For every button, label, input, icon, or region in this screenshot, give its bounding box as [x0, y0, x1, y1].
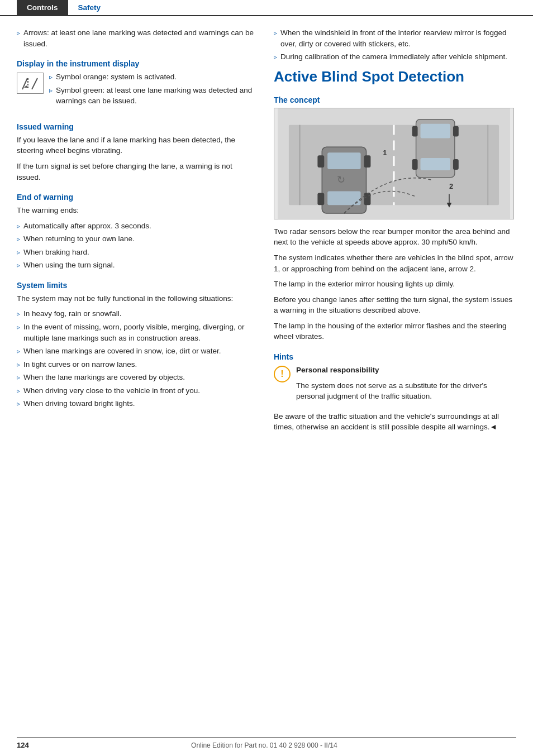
svg-rect-15 — [364, 193, 371, 205]
system-limits-intro: The system may not be fully functional i… — [17, 293, 257, 304]
page-number: 124 — [17, 741, 29, 749]
left-column: ▹ Arrows: at least one lane marking was … — [17, 27, 257, 437]
svg-rect-10 — [327, 152, 360, 169]
hint-p2: Be aware of the traffic situation and th… — [274, 411, 514, 433]
list-item: ▹ When driving toward bright lights. — [17, 398, 257, 409]
svg-text:2: 2 — [449, 181, 453, 190]
concept-title: The concept — [274, 95, 514, 104]
eow-bullet-1: Automatically after approx. 3 seconds. — [23, 221, 151, 232]
list-item: ▹ In heavy fog, rain or snowfall. — [17, 308, 257, 319]
concept-p2: The system indicates whether there are v… — [274, 252, 514, 274]
sl-bullet-4: In tight curves or on narrow lanes. — [23, 359, 137, 370]
issued-warning-p1: If you leave the lane and if a lane mark… — [17, 135, 257, 156]
svg-rect-19 — [421, 158, 450, 170]
concept-p4: Before you change lanes after setting th… — [274, 294, 514, 316]
car-diagram-svg: ↻ 2 — [274, 108, 513, 219]
list-item: ▹ Arrows: at least one lane marking was … — [17, 27, 257, 49]
tab-controls[interactable]: Controls — [17, 0, 68, 15]
bullet-arrow-icon: ▹ — [17, 386, 20, 396]
concept-p5: The lamp in the housing of the exterior … — [274, 320, 514, 342]
display-section-title: Display in the instrument display — [17, 59, 257, 68]
sl-bullet-7: When driving toward bright lights. — [23, 398, 135, 409]
hint-personal-p: The system does not serve as a substitut… — [296, 380, 514, 402]
eow-bullet-3: When braking hard. — [23, 247, 89, 258]
bullet-arrow-icon: ▹ — [17, 309, 20, 319]
bullet-arrow-icon: ▹ — [17, 347, 20, 356]
concept-p1: Two radar sensors below the rear bumper … — [274, 226, 514, 248]
bullet-arrow-icon: ▹ — [17, 235, 20, 244]
svg-rect-21 — [453, 126, 459, 137]
sl-bullet-5: When the lane markings are covered by ob… — [23, 372, 185, 383]
system-limits-title: System limits — [17, 281, 257, 290]
sl-bullet-3: When lane markings are covered in snow, … — [23, 346, 221, 357]
eow-bullet-4: When using the turn signal. — [23, 260, 115, 271]
sl-bullet-1: In heavy fog, rain or snowfall. — [23, 308, 122, 319]
svg-text:1: 1 — [383, 149, 387, 157]
end-of-warning-intro: The warning ends: — [17, 205, 257, 216]
eow-bullet-2: When returning to your own lane. — [23, 233, 135, 245]
issued-warning-p2: If the turn signal is set before changin… — [17, 161, 257, 183]
rt-bullet-2: During calibration of the camera immedia… — [280, 51, 507, 63]
display-row: ▹ Symbol orange: system is activated. ▹ … — [17, 71, 257, 112]
system-limits-bullets: ▹ In heavy fog, rain or snowfall. ▹ In t… — [17, 308, 257, 409]
sl-bullet-6: When driving very close to the vehicle i… — [23, 385, 200, 396]
car-diagram: ↻ 2 — [274, 108, 514, 219]
hints-title: Hints — [274, 352, 514, 361]
list-item: ▹ Symbol orange: system is activated. — [49, 71, 257, 83]
list-item: ▹ When using the turn signal. — [17, 260, 257, 271]
list-item: ▹ In tight curves or on narrow lanes. — [17, 359, 257, 370]
footer: 124 Online Edition for Part no. 01 40 2 … — [0, 737, 533, 756]
rt-bullet-1: When the windshield in front of the inte… — [280, 27, 514, 49]
bullet-arrow-icon: ▹ — [17, 399, 20, 409]
issued-warning-title: Issued warning — [17, 122, 257, 131]
svg-rect-18 — [421, 124, 450, 138]
main-content: ▹ Arrows: at least one lane marking was … — [0, 16, 533, 454]
svg-rect-23 — [453, 159, 459, 170]
end-of-warning-bullets: ▹ Automatically after approx. 3 seconds.… — [17, 221, 257, 271]
list-item: ▹ When braking hard. — [17, 247, 257, 258]
svg-text:↻: ↻ — [337, 174, 345, 185]
display-bullets: ▹ Symbol orange: system is activated. ▹ … — [49, 71, 257, 109]
bullet-arrow-icon: ▹ — [17, 28, 20, 38]
bullet-arrow-icon: ▹ — [17, 373, 20, 382]
svg-rect-20 — [412, 126, 418, 137]
lane-icon-svg — [20, 75, 41, 91]
hint-box: ! Personal responsibility The system doe… — [274, 365, 514, 406]
bullet-arrow-icon: ▹ — [17, 248, 20, 257]
big-title: Active Blind Spot Detection — [274, 68, 514, 85]
list-item: ▹ When the lane markings are covered by … — [17, 372, 257, 383]
list-item: ▹ When lane markings are covered in snow… — [17, 346, 257, 357]
bullet-arrow-icon: ▹ — [17, 360, 20, 370]
bullet-arrow-icon: ▹ — [49, 73, 53, 82]
footer-divider — [17, 737, 516, 738]
tab-safety[interactable]: Safety — [68, 0, 111, 15]
instrument-icons — [20, 75, 41, 91]
hint-text-block: Personal responsibility The system does … — [296, 365, 514, 406]
sl-bullet-2: In the event of missing, worn, poorly vi… — [23, 322, 257, 343]
concept-p3: The lamp in the exterior mirror housing … — [274, 279, 514, 290]
list-item: ▹ Automatically after approx. 3 seconds. — [17, 221, 257, 232]
end-of-warning-title: End of warning — [17, 193, 257, 202]
svg-rect-12 — [317, 155, 324, 168]
warning-icon: ! — [274, 366, 291, 382]
bullet-arrow-icon: ▹ — [17, 323, 20, 332]
list-item: ▹ In the event of missing, worn, poorly … — [17, 322, 257, 343]
right-column: ▹ When the windshield in front of the in… — [274, 27, 514, 437]
right-top-bullets: ▹ When the windshield in front of the in… — [274, 27, 514, 63]
svg-rect-13 — [364, 155, 371, 168]
display-bullet-2: Symbol green: at least one lane marking … — [56, 85, 257, 107]
list-item: ▹ Symbol green: at least one lane markin… — [49, 85, 257, 107]
list-item: ▹ When the windshield in front of the in… — [274, 27, 514, 49]
footer-text: Online Edition for Part no. 01 40 2 928 … — [191, 741, 337, 749]
list-item: ▹ When driving very close to the vehicle… — [17, 385, 257, 396]
hint-personal-title: Personal responsibility — [296, 366, 379, 374]
svg-rect-22 — [412, 159, 418, 170]
bullet-arrow-icon: ▹ — [17, 222, 20, 231]
top-bullet-text: Arrows: at least one lane marking was de… — [23, 27, 257, 49]
instrument-icon-box — [17, 73, 44, 94]
top-bullet-list: ▹ Arrows: at least one lane marking was … — [17, 27, 257, 49]
svg-rect-14 — [317, 193, 324, 205]
bullet-arrow-icon: ▹ — [274, 28, 277, 38]
list-item: ▹ When returning to your own lane. — [17, 233, 257, 245]
display-bullet-1: Symbol orange: system is activated. — [56, 71, 177, 83]
